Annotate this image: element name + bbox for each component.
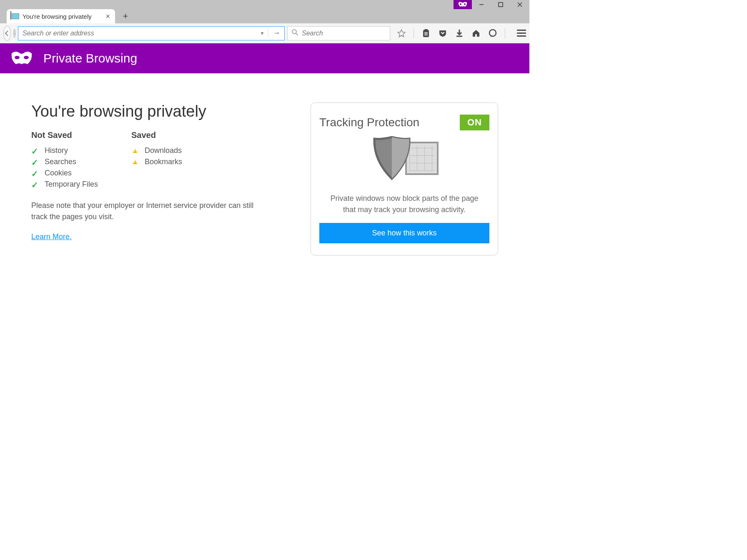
- globe-icon: [13, 29, 15, 38]
- toolbar-separator: [414, 28, 414, 38]
- mask-icon: [10, 49, 33, 68]
- close-window-button[interactable]: [510, 0, 529, 9]
- learn-more-link[interactable]: Learn More.: [31, 232, 72, 241]
- back-button[interactable]: [3, 26, 11, 41]
- url-dropdown-icon[interactable]: ▼: [260, 30, 265, 36]
- private-tab-icon: [12, 13, 19, 19]
- menu-button[interactable]: [517, 30, 526, 37]
- tab-private-browsing[interactable]: You're browsing privately ×: [7, 9, 115, 23]
- shield-illustration: [363, 135, 446, 185]
- card-title: Tracking Protection: [319, 116, 419, 129]
- svg-rect-3: [499, 2, 503, 7]
- tab-strip: You're browsing privately × +: [0, 3, 529, 23]
- back-arrow-icon: [4, 30, 10, 37]
- tab-title: You're browsing privately: [23, 13, 92, 20]
- banner-title: Private Browsing: [43, 51, 137, 65]
- svg-point-6: [292, 30, 296, 34]
- tracking-protection-card: Tracking Protection ON Private windows n…: [311, 102, 498, 255]
- url-bar[interactable]: ▼ →: [18, 26, 285, 40]
- page-heading: You're browsing privately: [31, 102, 269, 120]
- url-input[interactable]: [23, 30, 256, 37]
- minimize-button[interactable]: [472, 0, 491, 9]
- search-input[interactable]: [302, 30, 386, 37]
- list-item: Temporary Files: [31, 179, 98, 190]
- not-saved-list: History Searches Cookies Temporary Files: [31, 145, 98, 190]
- disclaimer-text: Please note that your employer or Intern…: [31, 200, 269, 222]
- new-tab-button[interactable]: +: [118, 9, 133, 23]
- svg-point-1: [464, 3, 466, 5]
- search-box[interactable]: [287, 26, 390, 40]
- bookmark-star-icon[interactable]: [397, 29, 406, 38]
- saved-heading: Saved: [131, 130, 182, 140]
- private-mode-indicator: [454, 0, 472, 9]
- maximize-button[interactable]: [491, 0, 510, 9]
- svg-point-15: [15, 56, 20, 59]
- clipboard-icon[interactable]: [421, 29, 431, 38]
- see-how-button[interactable]: See how this works: [319, 223, 489, 243]
- pocket-icon[interactable]: [438, 29, 447, 38]
- list-item: Bookmarks: [131, 156, 182, 168]
- svg-point-16: [24, 56, 29, 59]
- list-item: Cookies: [31, 168, 98, 179]
- list-item: Downloads: [131, 145, 182, 156]
- chat-icon[interactable]: [488, 29, 497, 38]
- nav-toolbar: ▼ →: [0, 23, 529, 43]
- not-saved-heading: Not Saved: [31, 130, 98, 140]
- close-tab-button[interactable]: ×: [105, 12, 110, 21]
- svg-point-14: [489, 30, 496, 36]
- search-icon: [292, 29, 298, 38]
- private-browsing-banner: Private Browsing: [0, 43, 529, 73]
- titlebar: [0, 0, 529, 3]
- card-description: Private windows now block parts of the p…: [319, 193, 489, 215]
- home-icon[interactable]: [471, 29, 481, 38]
- toolbar-separator: [505, 28, 505, 38]
- tracking-on-badge[interactable]: ON: [460, 115, 489, 130]
- saved-list: Downloads Bookmarks: [131, 145, 182, 168]
- go-button[interactable]: →: [268, 29, 280, 38]
- svg-point-0: [460, 3, 461, 5]
- list-item: History: [31, 145, 98, 156]
- svg-rect-9: [424, 29, 428, 31]
- svg-line-7: [296, 33, 298, 35]
- list-item: Searches: [31, 156, 98, 168]
- downloads-icon[interactable]: [455, 29, 464, 38]
